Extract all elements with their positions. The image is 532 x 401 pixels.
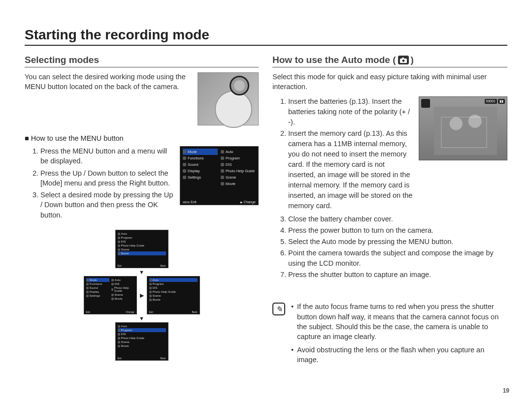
camera-auto-icon bbox=[421, 99, 430, 108]
step: Press the MENU button and a menu will be… bbox=[40, 146, 175, 166]
note-icon: ✎ bbox=[272, 303, 285, 315]
sample-photo-illustration: 00001 ▮▮ bbox=[419, 96, 507, 160]
camera-auto-icon bbox=[398, 56, 409, 64]
column-left: Selecting modes You can select the desir… bbox=[25, 55, 259, 368]
subhead-menu-button: How to use the MENU button bbox=[25, 134, 259, 142]
step: Press the Up / Down button to select the… bbox=[40, 168, 175, 188]
menu-screenshot-flow-3: Auto Program DIS Photo Help Guide Scene … bbox=[147, 276, 200, 314]
menu-screenshot-flow-2: Mode Functions Sound Display Settings Au… bbox=[84, 276, 137, 314]
steps-auto-mode-rest: Close the battery chamber cover. Press t… bbox=[272, 214, 507, 280]
steps-menu-button: Press the MENU button and a menu will be… bbox=[25, 146, 175, 222]
step: Close the battery chamber cover. bbox=[288, 214, 507, 224]
page-number: 19 bbox=[503, 387, 509, 394]
menu-screenshot-main: Mode Functions Sound Display Settings Au… bbox=[180, 146, 259, 205]
note-box: ✎ If the auto focus frame turns to red w… bbox=[272, 302, 507, 368]
camera-back-illustration bbox=[198, 72, 259, 125]
osd-counter: 00001 bbox=[485, 99, 497, 104]
step: Press the shutter button to capture an i… bbox=[288, 270, 507, 280]
osd-battery-icon: ▮▮ bbox=[498, 99, 505, 104]
note-item: Avoid obstructing the lens or the flash … bbox=[291, 345, 507, 365]
svg-point-2 bbox=[402, 60, 404, 62]
section-heading-auto-mode: How to use the Auto mode ( ) bbox=[272, 55, 507, 67]
svg-rect-1 bbox=[402, 58, 404, 59]
intro-auto-mode: Select this mode for quick and easy pict… bbox=[272, 72, 507, 92]
arrow-right-icon: ▶ bbox=[140, 292, 144, 299]
note-list: If the auto focus frame turns to red whe… bbox=[291, 302, 507, 368]
step: Press the power button to turn on the ca… bbox=[288, 225, 507, 236]
arrow-down-icon: ▼ bbox=[139, 269, 144, 275]
step: Select a desired mode by pressing the Up… bbox=[40, 190, 175, 220]
note-item: If the auto focus frame turns to red whe… bbox=[291, 302, 507, 341]
steps-auto-mode-top: Insert the batteries (p.13). Insert the … bbox=[272, 96, 413, 212]
step: Insert the memory card (p.13). As this c… bbox=[288, 128, 413, 211]
intro-selecting-modes: You can select the desired working mode … bbox=[25, 72, 192, 121]
arrow-down-icon: ▼ bbox=[139, 315, 144, 321]
step: Select the Auto mode by pressing the MEN… bbox=[288, 237, 507, 247]
page-title: Starting the recording mode bbox=[25, 27, 507, 46]
menu-screenshot-flow-1: Auto Program DIS Photo Help Guide Scene … bbox=[115, 230, 168, 268]
menu-screenshot-flow-4: Auto Program DIS Photo Help Guide Scene … bbox=[115, 322, 168, 361]
column-right: How to use the Auto mode ( ) Select this… bbox=[272, 55, 507, 368]
step: Point the camera towards the subject and… bbox=[288, 248, 507, 269]
step: Insert the batteries (p.13). Insert the … bbox=[288, 96, 413, 127]
menu-flow-diagram: Auto Program DIS Photo Help Guide Scene … bbox=[25, 230, 259, 361]
section-heading-selecting-modes: Selecting modes bbox=[25, 55, 259, 67]
